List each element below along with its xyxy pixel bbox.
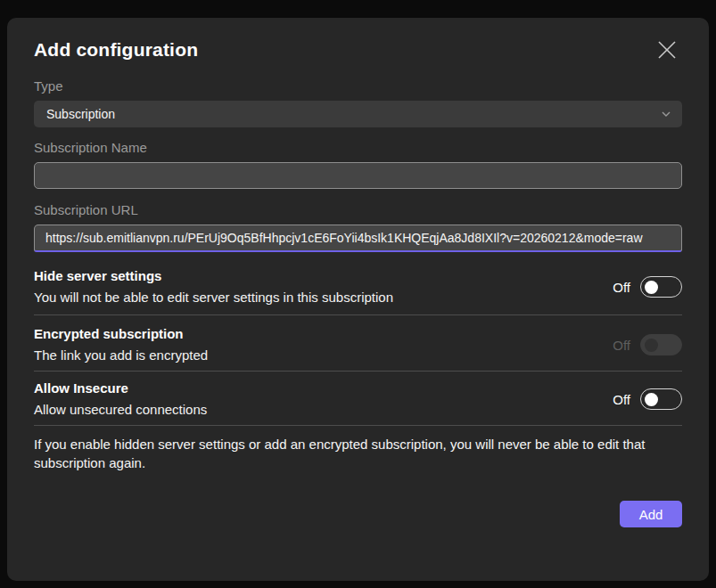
toggle-knob	[645, 339, 658, 352]
toggle-title: Hide server settings	[34, 268, 393, 284]
x-icon	[656, 39, 678, 61]
warning-note: If you enable hidden server settings or …	[34, 435, 682, 472]
encrypted-subscription-toggle	[640, 334, 682, 355]
toggle-texts: Encrypted subscription The link you add …	[34, 326, 208, 363]
allow-insecure-toggle[interactable]	[640, 388, 682, 410]
toggle-row-allow-insecure: Allow Insecure Allow unsecured connectio…	[34, 372, 682, 426]
toggle-texts: Hide server settings You will not be abl…	[34, 268, 393, 306]
toggle-state-label: Off	[613, 280, 630, 295]
toggle-control: Off	[613, 388, 682, 410]
toggle-description: You will not be able to edit server sett…	[34, 290, 393, 306]
toggle-title: Allow Insecure	[34, 380, 207, 396]
dialog-title: Add configuration	[34, 39, 682, 61]
toggle-control: Off	[613, 334, 682, 355]
type-select[interactable]: Subscription	[34, 101, 682, 127]
toggle-knob	[645, 393, 658, 406]
toggle-state-label: Off	[613, 338, 630, 353]
add-configuration-dialog: Add configuration Type Subscription Subs…	[7, 18, 709, 581]
toggle-description: The link you add is encrypted	[34, 347, 208, 363]
type-label: Type	[34, 78, 682, 94]
hide-server-settings-toggle[interactable]	[640, 276, 682, 298]
toggle-control: Off	[613, 276, 682, 298]
type-select-value: Subscription	[46, 107, 115, 121]
toggle-row-encrypted-subscription: Encrypted subscription The link you add …	[34, 315, 682, 372]
add-button[interactable]: Add	[620, 501, 682, 527]
subscription-url-input[interactable]	[34, 225, 682, 252]
toggle-row-hide-server-settings: Hide server settings You will not be abl…	[34, 252, 682, 315]
subscription-url-label: Subscription URL	[34, 202, 682, 218]
toggle-texts: Allow Insecure Allow unsecured connectio…	[34, 380, 207, 418]
subscription-name-input[interactable]	[34, 162, 682, 189]
chevron-down-icon	[661, 109, 671, 119]
toggle-knob	[645, 281, 658, 294]
dialog-header: Add configuration	[34, 39, 682, 63]
close-button[interactable]	[654, 37, 679, 62]
toggle-state-label: Off	[613, 392, 630, 407]
toggle-description: Allow unsecured connections	[34, 402, 207, 418]
toggle-title: Encrypted subscription	[34, 326, 208, 342]
subscription-name-label: Subscription Name	[34, 140, 682, 156]
